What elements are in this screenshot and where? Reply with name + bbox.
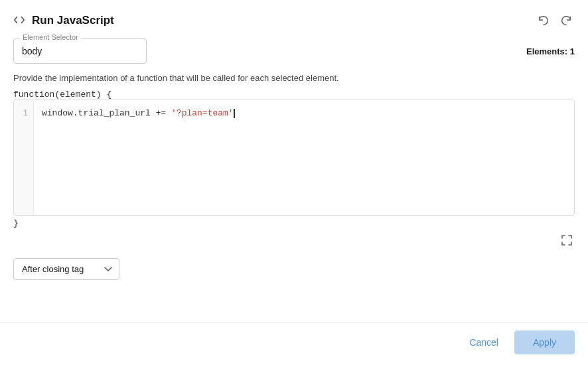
elements-count: Elements: 1: [526, 46, 575, 56]
description-text: Provide the implementation of a function…: [13, 73, 575, 83]
code-line1-string: '?plan=team': [171, 108, 234, 118]
fn-signature: function(element) {: [13, 90, 575, 100]
apply-button[interactable]: Apply: [514, 330, 575, 354]
element-selector-input[interactable]: [13, 38, 147, 64]
line-number-1: 1: [23, 107, 28, 120]
code-editor[interactable]: 1 window.trial_plan_url += '?plan=team': [13, 100, 575, 216]
line-numbers: 1: [14, 100, 34, 215]
selector-label: Element Selector: [20, 33, 81, 41]
dialog-header: Run JavaScript: [0, 0, 588, 38]
dialog-footer: Cancel Apply: [0, 322, 588, 365]
code-line1-text: window.trial_plan_url +=: [42, 108, 171, 118]
code-cursor: [234, 109, 235, 118]
element-selector-group: Element Selector: [13, 38, 518, 64]
position-dropdown[interactable]: After closing tag Before closing tag Aft…: [13, 258, 119, 280]
redo-button[interactable]: [557, 12, 575, 29]
header-left: Run JavaScript: [13, 14, 114, 28]
code-content[interactable]: window.trial_plan_url += '?plan=team': [34, 100, 574, 215]
code-icon: [13, 14, 25, 28]
header-actions: [535, 12, 575, 29]
cancel-button[interactable]: Cancel: [461, 332, 506, 353]
selector-row: Element Selector Elements: 1: [13, 38, 575, 64]
dialog-body: Element Selector Elements: 1 Provide the…: [0, 38, 588, 322]
expand-button[interactable]: [559, 232, 575, 252]
run-javascript-dialog: Run JavaScript Element Selector: [0, 0, 588, 365]
dropdown-row: After closing tag Before closing tag Aft…: [13, 258, 575, 280]
expand-row: [13, 232, 575, 252]
dialog-title: Run JavaScript: [32, 14, 114, 27]
closing-brace: }: [13, 218, 575, 228]
undo-button[interactable]: [535, 12, 552, 29]
